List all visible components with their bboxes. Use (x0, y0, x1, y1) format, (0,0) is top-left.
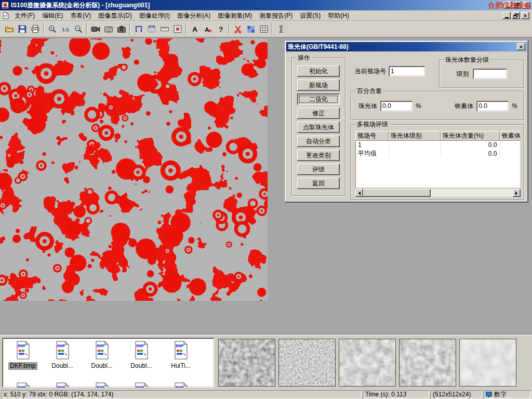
toolbar-vcaliper-button[interactable] (274, 23, 287, 36)
toolbar-print-button[interactable] (29, 23, 42, 36)
child-close-button[interactable]: × (521, 12, 529, 19)
column-header-ferrite[interactable]: 铁素体含量(%) (500, 131, 521, 141)
file-browser[interactable]: BMP DKF.bmp BMP Doubl... BMP Doub (2, 338, 214, 388)
menu-item-report[interactable]: 测量报告(P) (256, 10, 296, 22)
op-binarize-button[interactable]: 二值化 (297, 94, 340, 105)
toolbar-zoom-out-button[interactable] (72, 23, 85, 36)
svg-text:BMP: BMP (176, 344, 184, 348)
child-minimize-button[interactable] (502, 12, 511, 19)
child-document-icon[interactable] (3, 12, 9, 19)
table-row[interactable]: 1 0.0 (355, 141, 521, 149)
bmp-file-icon: BMP (15, 382, 31, 388)
file-strip: BMP DKF.bmp BMP Doubl... BMP Doub (0, 335, 532, 390)
toolbar-caliper-button[interactable] (132, 23, 145, 36)
video-camera-icon (91, 24, 100, 34)
file-item[interactable]: BMP Doubl... (122, 341, 161, 370)
toolbar-scale-button[interactable] (158, 23, 171, 36)
thumbnail-strip (218, 339, 516, 387)
toolbar-video-button[interactable] (89, 23, 102, 36)
status-mode-label: 数字 (494, 391, 507, 398)
child-restore-button[interactable] (512, 12, 520, 19)
toolbar-grid-button[interactable] (257, 23, 270, 36)
current-field-input[interactable] (389, 66, 425, 76)
grid-icon (259, 24, 269, 34)
table-row[interactable]: 平均值 0.0 (355, 149, 521, 158)
bmp-file-icon: BMP (172, 341, 189, 361)
dialog-body: 操作 初始化 新视场 二值化 修正 点取珠光体 自动分类 更改类别 评级 返回 … (286, 51, 527, 201)
file-item-partial[interactable]: BMP (122, 382, 161, 388)
file-item[interactable]: BMP Doubl... (82, 341, 122, 370)
menu-item-image-process[interactable]: 图像处理(I) (136, 10, 174, 22)
op-auto-classify-button[interactable]: 自动分类 (297, 136, 340, 147)
file-name[interactable]: Doubl... (129, 362, 153, 370)
toolbar-help-button[interactable]: ? (214, 23, 227, 36)
menu-item-view[interactable]: 查看(V) (66, 10, 95, 22)
toolbar-measure-grid-button[interactable] (145, 23, 158, 36)
op-return-button[interactable]: 返回 (297, 178, 340, 189)
scroll-thumb[interactable] (363, 189, 431, 197)
toolbar-font-strike-button[interactable]: A (201, 23, 214, 36)
column-header-level[interactable]: 珠光体级别 (389, 131, 441, 141)
toolbar-save-button[interactable] (16, 23, 29, 36)
file-name[interactable]: Doubl... (50, 362, 74, 370)
thumbnail-1[interactable] (218, 339, 275, 387)
thumbnail-2[interactable] (278, 339, 336, 387)
level-input[interactable] (473, 69, 507, 79)
scissors-icon (233, 24, 243, 34)
op-init-button[interactable]: 初始化 (297, 65, 340, 77)
menu-item-image-analysis[interactable]: 图像分析(A) (174, 10, 214, 22)
thumbnail-5[interactable] (459, 339, 516, 387)
bmp-file-icon: BMP (54, 382, 71, 388)
svg-text:1:1: 1:1 (62, 27, 69, 32)
toolbar-cut-button[interactable] (231, 23, 244, 36)
menu-item-edit[interactable]: 编辑(E) (38, 10, 66, 22)
bmp-file-icon: BMP (15, 341, 31, 361)
toolbar-camera-button[interactable] (115, 23, 128, 36)
op-new-field-button[interactable]: 新视场 (297, 79, 340, 91)
menu-item-help[interactable]: 帮助(H) (324, 10, 353, 22)
menu-item-settings[interactable]: 设置(S) (296, 10, 324, 22)
menu-item-image-display[interactable]: 图像显示(D) (95, 10, 136, 22)
toolbar-capture-button[interactable] (102, 23, 115, 36)
toolbar-actual-size-button[interactable]: 1:1 (59, 23, 72, 36)
file-name[interactable]: DKF.bmp (8, 362, 37, 370)
svg-text:BMP: BMP (18, 344, 26, 348)
menu-item-image-measure[interactable]: 图像测量(M) (214, 10, 256, 22)
camera-icon (117, 24, 126, 34)
metallograph-image[interactable] (0, 38, 268, 301)
toolbar-zoom-in-button[interactable] (46, 23, 59, 36)
file-item-partial[interactable]: BMP (161, 382, 201, 388)
op-correct-button[interactable]: 修正 (297, 108, 340, 119)
dialog-titlebar[interactable]: 珠光体(GB/T9441-88) × (286, 42, 527, 51)
scroll-right-button[interactable] (513, 189, 521, 197)
file-name[interactable]: Doubl... (89, 362, 114, 370)
scroll-left-button[interactable] (355, 189, 363, 197)
file-item-partial[interactable]: BMP (43, 382, 82, 388)
thumbnail-4[interactable] (399, 339, 456, 387)
thumbnail-3[interactable] (339, 339, 396, 387)
toolbar-open-button[interactable] (3, 23, 16, 36)
file-item[interactable]: BMP Doubl... (43, 341, 82, 370)
file-name[interactable]: HuiTi... (169, 362, 192, 370)
toolbar-grid-red-button[interactable] (171, 23, 184, 36)
ferrite-percent-input[interactable] (476, 101, 509, 111)
cell-field: 平均值 (355, 149, 389, 158)
toolbar-palette-button[interactable] (244, 23, 257, 36)
table-hscrollbar[interactable] (355, 189, 521, 197)
titlebar[interactable]: IS100显微摄像系统(金相分析版) - [zhuguangti01] × (0, 0, 532, 10)
column-header-content[interactable]: 珠光体含量(%) (441, 131, 500, 141)
op-rate-button[interactable]: 评级 (297, 164, 340, 175)
toolbar-font-button[interactable]: A (188, 23, 201, 36)
grading-group-title: 珠光体数量分级 (444, 56, 490, 63)
file-item[interactable]: BMP DKF.bmp (3, 341, 43, 370)
scroll-track[interactable] (363, 189, 513, 197)
op-pick-pearlite-button[interactable]: 点取珠光体 (297, 122, 340, 133)
menu-item-file[interactable]: 文件(F) (11, 10, 38, 22)
file-item-partial[interactable]: BMP (3, 382, 43, 388)
column-header-field[interactable]: 视场号 (355, 131, 389, 141)
pearlite-percent-input[interactable] (380, 101, 413, 111)
dialog-close-button[interactable]: × (517, 43, 525, 50)
op-change-class-button[interactable]: 更改类别 (297, 150, 340, 161)
file-item-partial[interactable]: BMP (82, 382, 122, 388)
file-item[interactable]: BMP HuiTi... (161, 341, 201, 370)
